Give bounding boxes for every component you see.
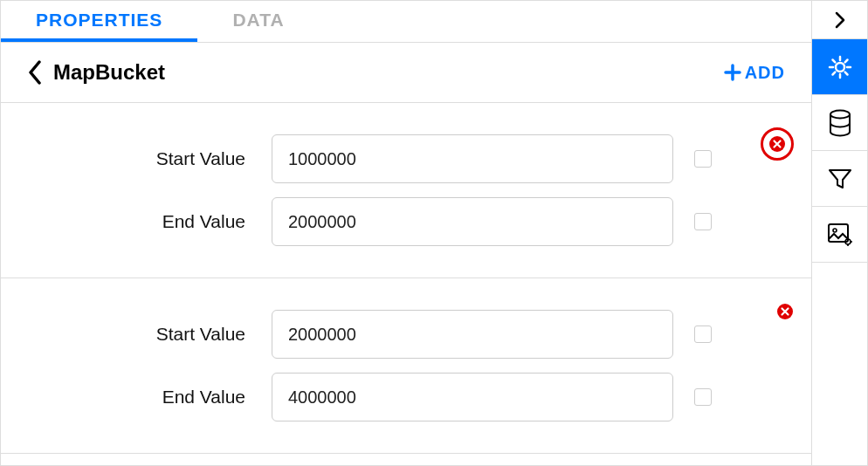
sidebar-settings[interactable] — [812, 39, 867, 95]
end-value-input[interactable] — [272, 197, 673, 246]
back-button[interactable] — [27, 60, 43, 85]
field-checkbox[interactable] — [694, 150, 712, 168]
tabs: PROPERTIES DATA — [1, 1, 811, 43]
close-circle-icon — [768, 135, 786, 153]
end-value-input[interactable] — [272, 373, 673, 421]
field-label: End Value — [27, 211, 272, 232]
filter-icon — [827, 166, 853, 192]
field-row: End Value — [27, 197, 785, 246]
right-sidebar — [811, 1, 867, 465]
tab-properties[interactable]: PROPERTIES — [1, 1, 197, 42]
sidebar-database[interactable] — [812, 95, 867, 151]
panel-header: MapBucket ADD — [1, 43, 811, 103]
field-checkbox[interactable] — [694, 388, 712, 406]
svg-point-3 — [830, 110, 850, 118]
page-title: MapBucket — [53, 60, 724, 85]
image-gear-icon — [826, 222, 854, 248]
svg-point-2 — [836, 63, 844, 72]
add-button[interactable]: ADD — [724, 63, 785, 83]
add-label: ADD — [745, 63, 785, 83]
start-value-input[interactable] — [272, 134, 673, 183]
field-checkbox[interactable] — [694, 213, 712, 230]
field-label: Start Value — [27, 148, 272, 169]
chevron-right-icon — [834, 11, 846, 29]
tab-data[interactable]: DATA — [197, 1, 319, 42]
close-circle-icon — [776, 303, 794, 320]
field-row: End Value — [27, 373, 785, 421]
sidebar-collapse[interactable] — [812, 1, 867, 39]
field-row: Start Value — [27, 310, 785, 359]
svg-point-5 — [833, 229, 837, 232]
plus-icon — [724, 64, 741, 81]
field-checkbox[interactable] — [694, 326, 712, 343]
field-row: Start Value — [27, 134, 785, 183]
chevron-left-icon — [27, 60, 43, 85]
start-value-input[interactable] — [272, 310, 673, 359]
sidebar-filter[interactable] — [812, 151, 867, 207]
sidebar-image-settings[interactable] — [812, 207, 867, 263]
delete-group-button[interactable] — [776, 303, 794, 324]
field-label: End Value — [27, 387, 272, 408]
field-label: Start Value — [27, 324, 272, 345]
gear-icon — [826, 53, 854, 81]
bucket-group: Start Value End Value — [1, 278, 811, 454]
database-icon — [827, 109, 853, 137]
bucket-group: Start Value End Value — [1, 103, 811, 278]
delete-group-button[interactable] — [761, 127, 794, 161]
